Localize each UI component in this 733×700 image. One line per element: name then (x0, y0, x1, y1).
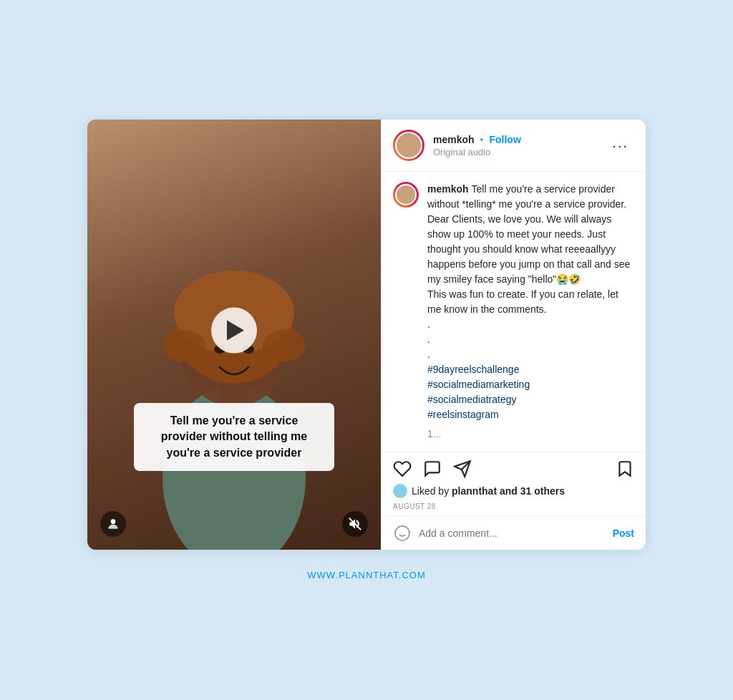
video-mute-icon[interactable] (342, 511, 368, 537)
hashtag-1: #9dayreelschallenge (427, 364, 519, 375)
post-header: memkoh • Follow Original audio ··· (382, 120, 646, 172)
hashtag-4: #reelsinstagram (427, 409, 499, 420)
hashtags: #9dayreelschallenge #socialmediamarketin… (427, 362, 634, 422)
more-options-button[interactable]: ··· (606, 135, 634, 157)
caption-area: memkohTell me you're a service provider … (382, 172, 646, 452)
svg-point-13 (395, 526, 409, 540)
more-comments: 1... (427, 427, 634, 442)
caption-text: Tell me you're a service provider withou… (427, 183, 630, 360)
bookmark-icon (616, 460, 634, 478)
video-caption-box: Tell me you're a service provider withou… (134, 403, 334, 471)
hashtag-3: #socialmediatrategy (427, 394, 517, 405)
footer-url: WWW.PLANNTHAT.COM (307, 570, 426, 580)
commenter-avatar (395, 184, 417, 205)
hashtag-2: #socialmediamarketing (427, 379, 530, 390)
svg-point-6 (263, 330, 306, 361)
person-silhouette (120, 206, 349, 550)
svg-point-9 (111, 519, 116, 524)
video-user-icon[interactable] (100, 511, 126, 537)
follow-button[interactable]: Follow (489, 134, 520, 145)
mute-icon (348, 517, 362, 531)
avatar-ring (393, 130, 424, 161)
commenter-avatar-ring (393, 182, 419, 208)
svg-point-5 (162, 330, 205, 361)
avatar (395, 132, 422, 159)
emoji-button[interactable] (393, 524, 412, 543)
comment-button[interactable] (423, 460, 442, 478)
comment-icon (423, 460, 442, 478)
header-text: memkoh • Follow Original audio (433, 134, 598, 157)
emoji-icon (394, 525, 411, 542)
likes-row: Liked by plannthat and 31 others (382, 482, 646, 501)
likes-avatar (393, 484, 407, 498)
play-icon (227, 320, 244, 340)
likes-prefix: Liked by (412, 485, 449, 497)
post-comment-button[interactable]: Post (613, 528, 634, 539)
share-button[interactable] (453, 460, 472, 478)
like-button[interactable] (393, 460, 412, 478)
likes-text: Liked by plannthat and 31 others (412, 485, 565, 497)
send-icon (453, 460, 472, 478)
caption-username: memkoh (427, 183, 469, 195)
comment-input-row: Post (382, 516, 646, 550)
caption-content: memkohTell me you're a service provider … (427, 182, 634, 442)
post-card: Tell me you're a service provider withou… (87, 120, 646, 550)
user-icon (106, 517, 120, 531)
username-row: memkoh • Follow (433, 134, 598, 145)
video-panel: Tell me you're a service provider withou… (87, 120, 381, 550)
post-date: August 28 (382, 501, 646, 516)
video-caption-text: Tell me you're a service provider withou… (161, 414, 307, 459)
actions-row (382, 452, 646, 482)
sub-text: Original audio (433, 147, 598, 157)
likes-bold: plannthat and 31 others (452, 485, 565, 497)
play-button[interactable] (211, 307, 257, 353)
username: memkoh (433, 134, 475, 145)
content-panel: memkoh • Follow Original audio ··· memko… (381, 120, 646, 550)
bookmark-button[interactable] (616, 460, 634, 478)
heart-icon (393, 460, 412, 478)
comment-input[interactable] (419, 528, 606, 539)
dot-separator: • (480, 134, 484, 145)
